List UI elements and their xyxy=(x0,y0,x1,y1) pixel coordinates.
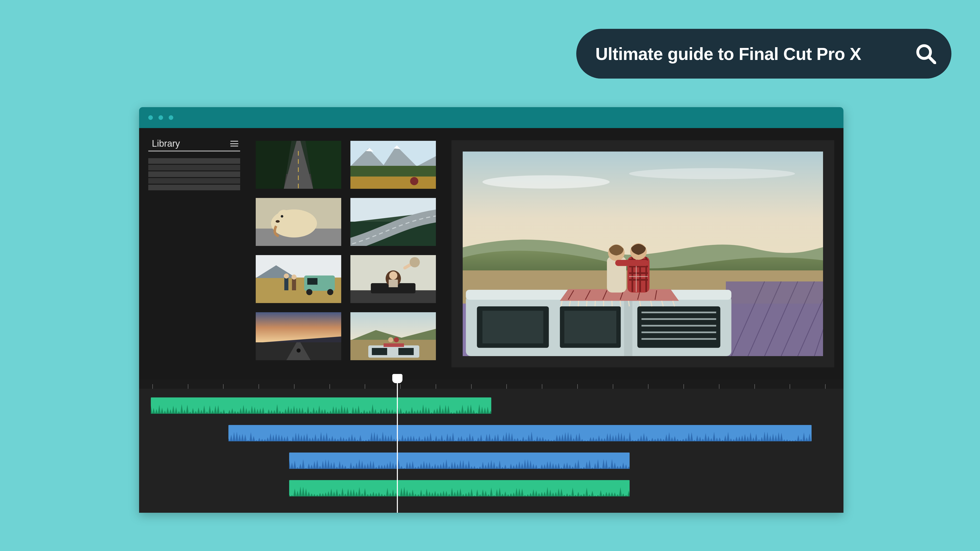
svg-point-59 xyxy=(629,168,795,179)
svg-line-90 xyxy=(578,301,579,306)
timeline-clip[interactable] xyxy=(289,453,630,469)
ruler-tick xyxy=(542,384,542,389)
timeline-clip[interactable] xyxy=(151,397,491,414)
timeline[interactable] xyxy=(139,380,843,513)
ruler-tick xyxy=(259,384,259,389)
svg-rect-52 xyxy=(372,348,387,355)
clip-thumb-couple-van[interactable] xyxy=(350,312,436,360)
traffic-light-zoom[interactable] xyxy=(169,115,173,120)
svg-point-29 xyxy=(306,289,312,295)
clip-thumb-dog-window[interactable] xyxy=(256,198,341,246)
timeline-clip[interactable] xyxy=(228,425,811,441)
svg-rect-31 xyxy=(284,278,288,290)
ruler-tick xyxy=(471,384,472,389)
library-row[interactable] xyxy=(148,185,240,190)
svg-rect-74 xyxy=(564,311,616,343)
ruler-tick xyxy=(506,384,507,389)
svg-marker-116 xyxy=(151,404,491,414)
ruler-tick xyxy=(683,384,684,389)
svg-point-14 xyxy=(410,177,418,185)
svg-point-18 xyxy=(277,210,291,227)
ruler-tick xyxy=(400,384,401,389)
ruler-tick xyxy=(754,384,755,389)
playhead[interactable] xyxy=(397,380,398,513)
svg-rect-53 xyxy=(398,348,414,355)
ruler-tick xyxy=(719,384,719,389)
svg-rect-73 xyxy=(482,311,543,343)
svg-line-92 xyxy=(595,301,595,306)
svg-rect-33 xyxy=(292,279,296,290)
svg-point-42 xyxy=(410,257,420,267)
ruler-tick xyxy=(648,384,649,389)
svg-point-40 xyxy=(389,272,397,279)
traffic-light-minimize[interactable] xyxy=(159,115,163,120)
playhead-handle-icon[interactable] xyxy=(392,374,402,383)
clip-thumb-girl-sunroof[interactable] xyxy=(350,255,436,303)
hamburger-icon[interactable] xyxy=(231,141,238,146)
ruler-tick xyxy=(790,384,790,389)
svg-rect-28 xyxy=(307,278,318,285)
svg-marker-119 xyxy=(289,486,630,496)
svg-rect-39 xyxy=(389,279,398,287)
ruler-tick xyxy=(825,384,826,389)
svg-point-58 xyxy=(482,175,610,189)
ruler-tick xyxy=(577,384,578,389)
library-label: Library xyxy=(152,138,180,149)
ruler-tick xyxy=(188,384,188,389)
clip-thumb-coastal-highway[interactable] xyxy=(350,198,436,246)
svg-rect-115 xyxy=(615,260,649,266)
ruler-tick xyxy=(152,384,153,389)
svg-point-30 xyxy=(327,289,333,295)
svg-point-56 xyxy=(394,337,399,342)
media-bin xyxy=(249,135,443,375)
preview-panel xyxy=(452,135,834,375)
search-query: Ultimate guide to Final Cut Pro X xyxy=(595,44,916,64)
library-list xyxy=(148,158,240,190)
svg-point-20 xyxy=(275,220,280,223)
svg-rect-13 xyxy=(350,176,436,189)
ruler-tick xyxy=(294,384,294,389)
timeline-tracks xyxy=(139,397,843,496)
clip-thumb-alpine-valley[interactable] xyxy=(350,141,436,189)
timeline-ruler[interactable] xyxy=(139,380,843,389)
library-row[interactable] xyxy=(148,171,240,177)
svg-point-34 xyxy=(291,275,297,279)
clip-thumb-hikers-car[interactable] xyxy=(256,255,341,303)
traffic-light-close[interactable] xyxy=(148,115,153,120)
svg-point-47 xyxy=(297,348,301,353)
svg-point-19 xyxy=(281,215,283,218)
search-bar[interactable]: Ultimate guide to Final Cut Pro X xyxy=(576,29,951,79)
svg-marker-118 xyxy=(289,459,630,469)
preview-viewer[interactable] xyxy=(463,151,823,356)
clip-thumb-sunset-drive[interactable] xyxy=(256,312,341,360)
ruler-tick xyxy=(436,384,436,389)
ruler-tick xyxy=(223,384,224,389)
library-header[interactable]: Library xyxy=(148,138,240,151)
svg-rect-54 xyxy=(383,343,404,347)
svg-rect-75 xyxy=(624,301,632,356)
clip-thumb-forest-road[interactable] xyxy=(256,141,341,189)
library-row[interactable] xyxy=(148,178,240,184)
svg-point-55 xyxy=(388,337,393,342)
preview-frame xyxy=(452,140,834,367)
svg-line-95 xyxy=(620,301,620,306)
svg-line-1 xyxy=(929,57,935,63)
library-sidebar: Library xyxy=(148,135,240,375)
svg-marker-117 xyxy=(228,432,811,441)
video-editor-window: Library xyxy=(139,107,843,513)
search-icon[interactable] xyxy=(916,44,936,64)
library-row[interactable] xyxy=(148,165,240,170)
svg-point-32 xyxy=(284,273,289,279)
ruler-tick xyxy=(329,384,330,389)
ruler-tick xyxy=(365,384,365,389)
timeline-clip[interactable] xyxy=(289,480,630,496)
svg-rect-62 xyxy=(726,281,823,356)
ruler-tick xyxy=(613,384,613,389)
library-row[interactable] xyxy=(148,158,240,164)
window-titlebar xyxy=(139,107,843,128)
svg-line-91 xyxy=(587,301,587,306)
